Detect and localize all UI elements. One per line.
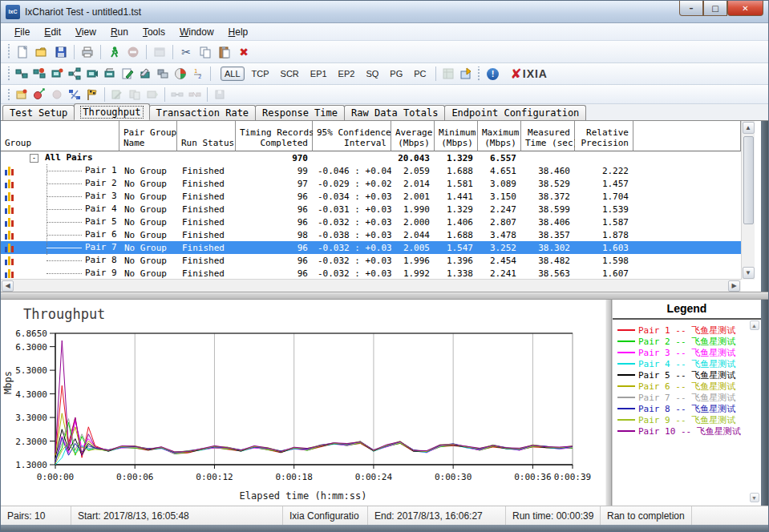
menu-run[interactable]: Run <box>103 25 136 39</box>
stop-schedule-icon[interactable] <box>48 87 66 102</box>
pair-row-pair-1[interactable]: Pair 1No GroupFinished99-0.046 : +0.0462… <box>1 164 741 177</box>
add-pair-icon[interactable] <box>13 66 30 81</box>
pair-row-pair-6[interactable]: Pair 6No GroupFinished98-0.038 : +0.0382… <box>1 228 741 241</box>
menu-file[interactable]: File <box>7 25 37 39</box>
tab-endpoint-configuration[interactable]: Endpoint Configuration <box>444 105 586 120</box>
new-file-icon[interactable] <box>13 43 32 61</box>
renumber-pairs-icon[interactable]: 12 <box>189 66 207 81</box>
tab-response-time[interactable]: Response Time <box>255 105 345 120</box>
filter-all-button[interactable]: ALL <box>221 66 245 81</box>
filter-ep2-button[interactable]: EP2 <box>334 66 359 81</box>
column-header[interactable]: Pair Group Name <box>119 121 177 151</box>
view-results-icon[interactable] <box>150 43 169 61</box>
pair-row-pair-2[interactable]: Pair 2No GroupFinished97-0.029 : +0.0292… <box>1 177 741 190</box>
scroll-down-icon[interactable]: ▼ <box>743 267 755 279</box>
run-options-icon[interactable] <box>13 87 30 102</box>
unlink-pairs-icon[interactable] <box>186 87 204 102</box>
column-header[interactable]: Group <box>1 121 119 151</box>
filter-scr-button[interactable]: SCR <box>277 66 303 81</box>
filter-pc-button[interactable]: PC <box>410 66 430 81</box>
add-hardware-pair-icon[interactable] <box>101 66 119 81</box>
export-results-icon[interactable] <box>457 66 475 81</box>
swap-endpoints-icon[interactable] <box>66 87 83 102</box>
column-header[interactable]: Minimum (Mbps) <box>435 121 478 151</box>
filter-sq-button[interactable]: SQ <box>362 66 382 81</box>
legend-scrollbar[interactable]: ▲ ▼ <box>749 320 759 502</box>
column-header[interactable]: Average (Mbps) <box>391 121 435 151</box>
all-pairs-row[interactable]: -All Pairs97020.0431.3296.557 <box>1 151 741 164</box>
compare-results-icon[interactable] <box>108 87 126 102</box>
toolbar-grip-2[interactable] <box>6 66 10 81</box>
finish-flag-icon[interactable] <box>83 87 101 102</box>
delete-icon[interactable]: ✖ <box>234 43 253 61</box>
legend-scroll-down-icon[interactable]: ▼ <box>750 493 759 502</box>
help-info-icon[interactable]: ! <box>484 65 503 83</box>
add-video-mgroup-icon[interactable] <box>83 66 101 81</box>
group-by-icon[interactable] <box>439 66 457 81</box>
tab-raw-data-totals[interactable]: Raw Data Totals <box>344 105 445 120</box>
scroll-right-icon[interactable]: ▶ <box>728 280 740 292</box>
stop-test-icon[interactable] <box>123 43 143 61</box>
menu-view[interactable]: View <box>68 25 103 39</box>
print-icon[interactable] <box>78 43 97 61</box>
column-header[interactable]: Run Status <box>177 121 236 151</box>
save-results-icon[interactable] <box>211 87 229 102</box>
column-header[interactable]: Timing Records Completed <box>236 121 313 151</box>
column-header[interactable]: 95% Confidence Interval <box>313 121 391 151</box>
close-button[interactable]: ✕ <box>727 1 763 16</box>
traffic-profile-icon[interactable] <box>172 66 189 81</box>
paste-icon[interactable] <box>215 43 234 61</box>
toolbar-grip-3[interactable] <box>477 66 481 81</box>
add-multicast-group-icon[interactable] <box>66 66 83 81</box>
toolbar-grip-4[interactable] <box>6 87 10 100</box>
column-header[interactable]: Relative Precision <box>575 121 633 151</box>
legend-scroll-up-icon[interactable]: ▲ <box>750 320 759 330</box>
table-cell: 1.598 <box>575 256 633 266</box>
test-schedule-icon[interactable] <box>30 87 48 102</box>
column-header[interactable]: Maximum (Mbps) <box>478 121 521 151</box>
column-header[interactable]: Measured Time (sec) <box>521 121 575 151</box>
pair-row-pair-8[interactable]: Pair 8No GroupFinished96-0.032 : +0.0321… <box>1 254 741 267</box>
table-cell: No Group <box>119 166 177 176</box>
merge-results-icon[interactable] <box>126 87 144 102</box>
save-icon[interactable] <box>51 43 71 61</box>
pane-splitter[interactable] <box>1 292 768 300</box>
minimize-button[interactable]: – <box>679 1 703 16</box>
replicate-pair-icon[interactable] <box>154 66 172 81</box>
edit-script-icon[interactable] <box>136 66 154 81</box>
pair-row-pair-3[interactable]: Pair 3No GroupFinished96-0.034 : +0.0342… <box>1 190 741 203</box>
menu-window[interactable]: Window <box>172 25 221 39</box>
link-pairs-icon[interactable] <box>168 87 186 102</box>
pair-row-pair-9[interactable]: Pair 9No GroupFinished96-0.032 : +0.0321… <box>1 267 741 280</box>
filter-ep1-button[interactable]: EP1 <box>306 66 331 81</box>
menu-edit[interactable]: Edit <box>37 25 68 39</box>
filter-tcp-button[interactable]: TCP <box>248 66 273 81</box>
scrollbar-thumb[interactable] <box>743 136 754 224</box>
scroll-up-icon[interactable]: ▲ <box>743 122 755 134</box>
chart-legend-splitter[interactable] <box>605 300 612 506</box>
add-voip-pair-icon[interactable] <box>30 66 48 81</box>
menu-help[interactable]: Help <box>221 25 256 39</box>
collapse-icon[interactable]: - <box>30 154 38 163</box>
edit-item-icon[interactable] <box>119 66 136 81</box>
pair-row-pair-5[interactable]: Pair 5No GroupFinished96-0.032 : +0.0322… <box>1 216 741 228</box>
add-video-pair-icon[interactable] <box>48 66 66 81</box>
tab-transaction-rate[interactable]: Transaction Rate <box>149 105 257 120</box>
filter-pg-button[interactable]: PG <box>386 66 407 81</box>
maximize-button[interactable]: □ <box>703 1 727 16</box>
table-horizontal-scrollbar[interactable]: ◀ ▶ <box>1 279 741 292</box>
pair-row-pair-4[interactable]: Pair 4No GroupFinished96-0.031 : +0.0311… <box>1 203 741 216</box>
refresh-results-icon[interactable] <box>144 87 161 102</box>
menu-tools[interactable]: Tools <box>136 25 172 39</box>
pair-chart-icon <box>5 217 15 227</box>
open-file-icon[interactable] <box>32 43 51 61</box>
table-vertical-scrollbar[interactable]: ▲ ▼ <box>741 121 755 280</box>
cut-icon[interactable]: ✂ <box>176 43 196 61</box>
run-test-icon[interactable] <box>104 43 123 61</box>
scroll-left-icon[interactable]: ◀ <box>2 280 14 292</box>
tab-test-setup[interactable]: Test Setup <box>2 105 75 120</box>
copy-icon[interactable] <box>196 43 215 61</box>
toolbar-grip[interactable] <box>6 44 10 59</box>
tab-throughput[interactable]: Throughput <box>74 103 149 120</box>
pair-row-pair-7[interactable]: Pair 7No GroupFinished96-0.032 : +0.0322… <box>1 241 741 254</box>
